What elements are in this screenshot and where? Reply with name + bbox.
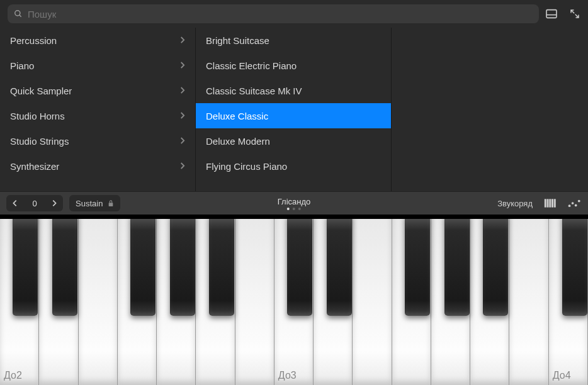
octave-value: 0 [24, 199, 45, 208]
preset-item[interactable]: Deluxe Modern [196, 128, 391, 153]
black-key[interactable] [130, 215, 155, 316]
svg-line-1 [20, 15, 21, 17]
search-field[interactable] [8, 4, 539, 23]
preset-label: Classic Electric Piano [206, 60, 297, 71]
search-input[interactable] [28, 9, 533, 20]
category-list[interactable]: PercussionPianoQuick SamplerStudio Horns… [0, 28, 196, 191]
preset-item[interactable]: Flying Circus Piano [196, 153, 391, 179]
category-item[interactable]: Studio Strings [0, 128, 195, 153]
view-mode-icon[interactable] [545, 9, 558, 19]
white-key[interactable] [79, 215, 118, 385]
category-item[interactable]: Piano [0, 53, 195, 78]
preset-label: Deluxe Modern [206, 136, 270, 147]
sound-browser: PercussionPianoQuick SamplerStudio Horns… [0, 28, 588, 191]
arpeggiator-icon[interactable] [568, 199, 582, 208]
chevron-right-icon [179, 161, 185, 172]
black-key[interactable] [327, 215, 352, 316]
octave-up-button[interactable] [45, 195, 63, 211]
black-key[interactable] [52, 215, 77, 316]
black-key[interactable] [444, 215, 470, 316]
search-icon [14, 9, 23, 18]
svg-rect-6 [547, 199, 549, 207]
chevron-right-icon [179, 35, 185, 46]
play-mode-label: Глісандо [278, 197, 311, 206]
octave-label: До4 [553, 370, 571, 381]
octave-stepper[interactable]: 0 [6, 195, 63, 211]
preset-label: Classic Suitcase Mk IV [206, 86, 302, 96]
sustain-toggle[interactable]: Sustain [69, 195, 120, 211]
svg-point-13 [578, 200, 580, 203]
svg-point-10 [568, 204, 571, 207]
category-item[interactable]: Synthesizer [0, 153, 195, 179]
preset-item[interactable]: Deluxe Classic [196, 103, 391, 128]
svg-point-0 [15, 11, 20, 16]
category-label: Studio Horns [10, 111, 65, 121]
svg-rect-8 [551, 199, 553, 207]
keyboard-toolbar: 0 Sustain Глісандо Звукоряд [0, 191, 588, 215]
browser-empty-column [392, 28, 588, 191]
preset-label: Flying Circus Piano [206, 161, 287, 172]
white-key[interactable] [235, 215, 274, 385]
fullscreen-icon[interactable] [569, 8, 580, 20]
svg-rect-4 [109, 203, 113, 206]
lock-icon [108, 199, 114, 207]
keyboard-layout-icon[interactable] [544, 198, 557, 208]
svg-rect-2 [546, 10, 557, 18]
black-key[interactable] [209, 215, 234, 316]
svg-point-12 [575, 204, 577, 207]
category-item[interactable]: Quick Sampler [0, 78, 195, 103]
category-label: Studio Strings [10, 136, 69, 147]
category-label: Percussion [10, 35, 57, 46]
chevron-right-icon [179, 60, 185, 71]
octave-label: До2 [4, 370, 22, 381]
piano-keyboard[interactable]: До2До3До4 [0, 215, 588, 385]
preset-item[interactable]: Bright Suitcase [196, 28, 391, 53]
sustain-label: Sustain [76, 199, 103, 208]
black-key[interactable] [13, 215, 38, 316]
scale-button[interactable]: Звукоряд [497, 199, 533, 208]
chevron-right-icon [179, 111, 185, 121]
chevron-right-icon [179, 136, 185, 147]
preset-label: Deluxe Classic [206, 111, 268, 121]
category-item[interactable]: Studio Horns [0, 103, 195, 128]
category-label: Quick Sampler [10, 86, 72, 96]
preset-label: Bright Suitcase [206, 35, 269, 46]
octave-label: До3 [278, 370, 297, 381]
preset-item[interactable]: Classic Electric Piano [196, 53, 391, 78]
black-key[interactable] [170, 215, 195, 316]
svg-rect-5 [545, 199, 546, 207]
page-dots [278, 208, 311, 210]
category-label: Piano [10, 60, 34, 71]
black-key[interactable] [287, 215, 312, 316]
preset-list[interactable]: Bright SuitcaseClassic Electric PianoCla… [196, 28, 392, 191]
search-bar [0, 0, 588, 28]
svg-point-11 [572, 202, 574, 204]
category-label: Synthesizer [10, 161, 59, 172]
svg-rect-7 [549, 199, 551, 207]
category-item[interactable]: Percussion [0, 28, 195, 53]
black-key[interactable] [562, 215, 587, 316]
white-key[interactable] [509, 215, 548, 385]
octave-down-button[interactable] [6, 195, 24, 211]
chevron-right-icon [179, 86, 185, 96]
white-key[interactable] [353, 215, 392, 385]
preset-item[interactable]: Classic Suitcase Mk IV [196, 78, 391, 103]
svg-rect-9 [554, 199, 556, 207]
black-key[interactable] [405, 215, 430, 316]
black-key[interactable] [483, 215, 508, 316]
play-mode-selector[interactable]: Глісандо [278, 197, 311, 210]
